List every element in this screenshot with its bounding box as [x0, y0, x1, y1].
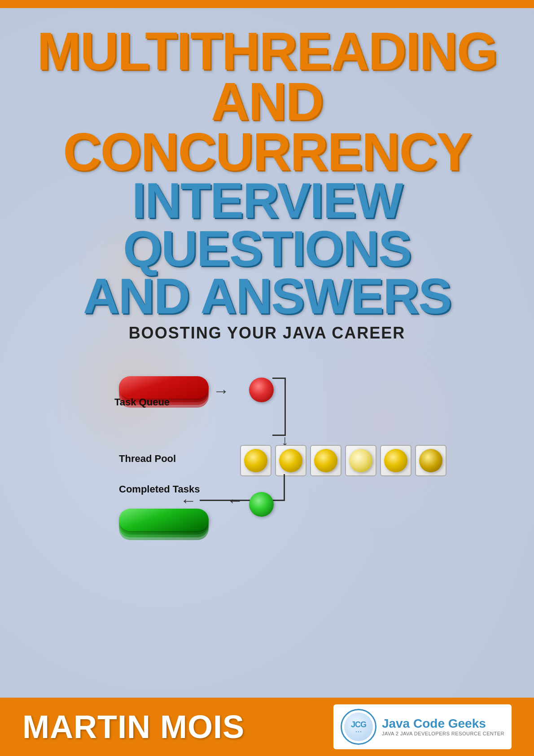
jcg-sub-label: Java 2 Java Developers Resource Center — [382, 731, 504, 736]
title-line1: MULTITHREADING — [18, 26, 516, 76]
diagram-section: Task Queue → ↓ T — [18, 365, 516, 554]
jcg-dots: • • • — [355, 730, 361, 734]
completed-circle-green — [249, 492, 274, 517]
footer: MARTIN MOIS JCG • • • Java Code Geeks Ja… — [0, 698, 534, 756]
page: MULTITHREADING AND CONCURRENCY INTERVIEW… — [0, 0, 534, 756]
thread-box-6 — [415, 445, 446, 476]
main-content: MULTITHREADING AND CONCURRENCY INTERVIEW… — [0, 8, 534, 698]
content-wrapper: MULTITHREADING AND CONCURRENCY INTERVIEW… — [0, 8, 534, 554]
title-line3: INTERVIEW QUESTIONS — [18, 177, 516, 273]
arrow-left2: ← — [227, 492, 243, 509]
author-name: MARTIN MOIS — [22, 708, 333, 745]
thread-box-2 — [275, 445, 306, 476]
thread-box-3 — [310, 445, 341, 476]
task-queue-label: Task Queue — [114, 396, 170, 408]
completed-tasks-label: Completed Tasks — [119, 483, 200, 495]
completed-tasks-stack — [119, 495, 209, 542]
subtitle: BOOSTING YOUR JAVA CAREER — [18, 324, 516, 343]
thread-pool-boxes — [240, 445, 446, 476]
jcg-abbr: JCG — [351, 720, 366, 730]
title-line2: AND CONCURRENCY — [18, 76, 516, 177]
thread-box-1 — [240, 445, 271, 476]
thread-pool-label: Thread Pool — [119, 453, 176, 465]
title-section: MULTITHREADING AND CONCURRENCY INTERVIEW… — [18, 26, 516, 343]
connector-vertical — [284, 474, 285, 501]
jcg-logo: JCG • • • — [341, 709, 376, 745]
task-queue-arrow: → — [213, 383, 229, 400]
logo-area: JCG • • • Java Code Geeks Java 2 Java De… — [333, 704, 512, 749]
connector-bracket — [272, 378, 286, 436]
jcg-text-block: Java Code Geeks Java 2 Java Developers R… — [382, 717, 504, 736]
jcg-main-label: Java Code Geeks — [382, 717, 504, 730]
thread-box-4 — [345, 445, 376, 476]
title-line4: AND ANSWERS — [18, 273, 516, 320]
task-circle-red — [249, 378, 274, 402]
top-bar — [0, 0, 534, 8]
jcg-inner: JCG • • • — [344, 712, 373, 741]
thread-box-5 — [380, 445, 411, 476]
diagram-inner: Task Queue → ↓ T — [110, 365, 424, 554]
